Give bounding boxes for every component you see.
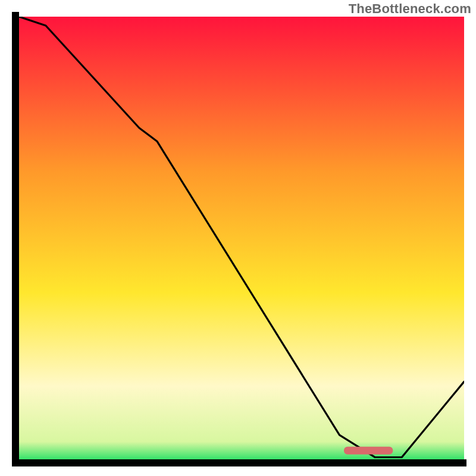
x-axis-line xyxy=(12,459,466,466)
bottleneck-chart xyxy=(0,0,476,476)
chart-gradient-background xyxy=(19,17,464,462)
optimum-marker xyxy=(344,447,393,455)
y-axis-line xyxy=(12,12,19,466)
chart-container: TheBottleneck.com xyxy=(0,0,476,476)
